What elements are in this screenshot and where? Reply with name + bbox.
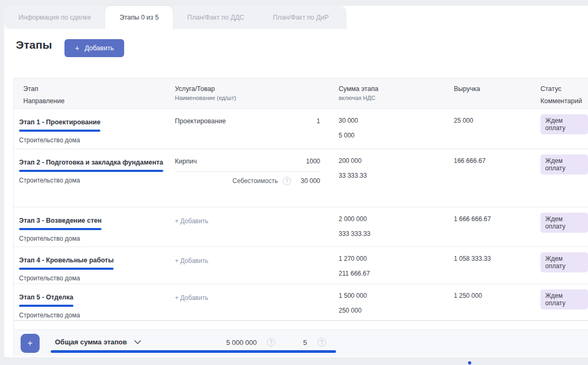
stage-underline: [19, 228, 101, 230]
revenue-value: 1 666 666.67: [454, 215, 534, 223]
revenue-value: 166 666.67: [454, 157, 534, 165]
add-stage-button-label: Добавить: [85, 44, 114, 52]
amount-vat-value: 333 333.33: [339, 230, 447, 238]
table-header: Этап Направление Услуга/Товар Наименован…: [14, 78, 588, 108]
header-revenue: Выручка: [447, 78, 534, 108]
revenue-cell: 1 058 333.33: [447, 247, 534, 284]
revenue-value: 1 250 000: [454, 292, 534, 299]
amount-value[interactable]: 1 270 000: [339, 255, 447, 262]
tabbar: Информация по сделке Этапы 0 из 5 План/Ф…: [4, 6, 347, 29]
stage-direction: Строительство дома: [19, 275, 170, 282]
status-badge[interactable]: Ждем оплату: [540, 252, 588, 272]
header-service-subtitle: Наименование (ед/шт): [175, 95, 331, 101]
amount-cell: 1 500 000 250 000: [331, 284, 447, 320]
service-qty[interactable]: 1: [316, 117, 320, 125]
table-row: Этап 4 - Кровельные работы Строительство…: [14, 247, 588, 284]
table-row: Этап 1 - Проектирование Строительство до…: [14, 108, 588, 149]
status-cell: Ждем оплату: [534, 247, 588, 284]
service-cell: + Добавить: [170, 207, 331, 247]
stage-underline: [19, 268, 114, 270]
status-badge[interactable]: Ждем оплату: [540, 154, 588, 175]
header-amount-title: Сумма этапа: [339, 85, 447, 93]
amount-cell: 200 000 33 333.33: [331, 149, 447, 207]
table-row: Этап 2 - Подготовка и закладка фундамент…: [14, 149, 588, 207]
stage-underline: [19, 305, 73, 307]
status-cell: Ждем оплату: [534, 109, 588, 149]
service-cell: + Добавить: [170, 284, 331, 320]
add-item-link[interactable]: + Добавить: [175, 294, 208, 302]
stage-count-help-icon[interactable]: ?: [318, 338, 326, 346]
page-indicator-dot: [468, 361, 471, 364]
stage-cell[interactable]: Этап 5 - Отделка Строительство дома: [14, 284, 170, 320]
revenue-cell: 166 666.67: [447, 149, 534, 207]
amount-vat-value: 211 666.67: [339, 270, 447, 277]
chevron-down-icon: [134, 340, 141, 344]
stage-cell[interactable]: Этап 4 - Кровельные работы Строительство…: [14, 247, 170, 284]
totals-row: + Общая сумма этапов 5 000 000 ? 5 ?: [14, 330, 588, 356]
stage-name: Этап 2 - Подготовка и закладка фундамент…: [19, 159, 163, 166]
table-spacer-row: [14, 321, 588, 330]
header-service: Услуга/Товар Наименование (ед/шт): [170, 78, 331, 108]
stage-name: Этап 4 - Кровельные работы: [19, 257, 114, 264]
total-underline: [51, 350, 336, 353]
tab-deal-info[interactable]: Информация по сделке: [4, 6, 105, 29]
status-badge[interactable]: Ждем оплату: [540, 114, 588, 134]
stage-underline: [19, 170, 163, 172]
add-item-link[interactable]: + Добавить: [175, 257, 208, 264]
stage-cell[interactable]: Этап 3 - Возведение стен Строительство д…: [14, 207, 170, 247]
stage-cell[interactable]: Этап 2 - Подготовка и закладка фундамент…: [14, 149, 170, 207]
service-cell: Проектирование 1: [170, 109, 331, 149]
revenue-cell: 25 000: [447, 109, 534, 149]
stage-cell[interactable]: Этап 1 - Проектирование Строительство до…: [14, 109, 170, 149]
tab-plan-fact-dir[interactable]: План/Факт по ДиР: [258, 6, 343, 29]
service-name[interactable]: Кирпич: [175, 158, 197, 165]
header-amount-subtitle: включая НДС: [339, 95, 447, 101]
amount-value[interactable]: 30 000: [339, 117, 447, 124]
add-stage-button[interactable]: + Добавить: [64, 39, 124, 57]
amount-cell: 30 000 5 000: [331, 109, 447, 149]
stage-direction: Строительство дома: [19, 177, 170, 184]
revenue-value: 1 058 333.33: [454, 255, 534, 262]
total-amount-help-icon[interactable]: ?: [267, 338, 275, 346]
amount-value[interactable]: 200 000: [339, 157, 447, 165]
status-badge[interactable]: Ждем оплату: [540, 289, 588, 309]
tab-stages[interactable]: Этапы 0 из 5: [105, 6, 173, 29]
footer-add-stage-button[interactable]: +: [21, 334, 40, 353]
stage-name: Этап 1 - Проектирование: [19, 118, 100, 126]
service-qty[interactable]: 1000: [306, 158, 320, 165]
header-stage-subtitle: Направление: [23, 97, 170, 105]
plus-icon: +: [75, 44, 79, 52]
stage-name: Этап 3 - Возведение стен: [19, 217, 101, 224]
header-stage-title: Этап: [23, 85, 170, 93]
amount-vat-value: 250 000: [339, 307, 447, 314]
cost-help-icon[interactable]: ?: [283, 177, 291, 185]
service-name[interactable]: Проектирование: [175, 117, 226, 125]
cost-label: Себестоимость: [232, 177, 278, 185]
add-item-link[interactable]: + Добавить: [175, 217, 208, 225]
cost-line: Себестоимость ? 30 000: [175, 171, 320, 185]
amount-value[interactable]: 2 000 000: [339, 215, 447, 223]
stage-direction: Строительство дома: [19, 136, 170, 144]
header-revenue-title: Выручка: [454, 85, 534, 93]
table-row: Этап 3 - Возведение стен Строительство д…: [14, 207, 588, 247]
status-cell: Ждем оплату: [534, 284, 588, 320]
stage-count-value: 5: [299, 339, 307, 346]
revenue-cell: 1 250 000: [447, 284, 534, 320]
amount-value[interactable]: 1 500 000: [339, 292, 447, 299]
status-badge[interactable]: Ждем оплату: [540, 213, 588, 233]
revenue-value: 25 000: [454, 117, 534, 124]
tab-plan-fact-dds[interactable]: План/Факт по ДДС: [173, 6, 258, 29]
header-stage: Этап Направление: [14, 78, 170, 108]
stages-table: Этап Направление Услуга/Товар Наименован…: [13, 78, 588, 356]
stage-underline: [19, 130, 100, 132]
header-status-title: Статус: [540, 85, 588, 93]
amount-vat-value: 5 000: [339, 132, 447, 139]
total-sum-dropdown[interactable]: Общая сумма этапов: [55, 338, 141, 346]
table-row: Этап 5 - Отделка Строительство дома + До…: [14, 284, 588, 321]
amount-cell: 1 270 000 211 666.67: [331, 247, 447, 284]
status-cell: Ждем оплату: [534, 149, 588, 207]
table-body: Этап 1 - Проектирование Строительство до…: [14, 108, 588, 321]
content-panel: Информация по сделке Этапы 0 из 5 План/Ф…: [4, 6, 588, 357]
service-cell: Кирпич 1000 Себестоимость ? 30 000: [170, 149, 331, 207]
stage-name: Этап 5 - Отделка: [19, 294, 73, 301]
